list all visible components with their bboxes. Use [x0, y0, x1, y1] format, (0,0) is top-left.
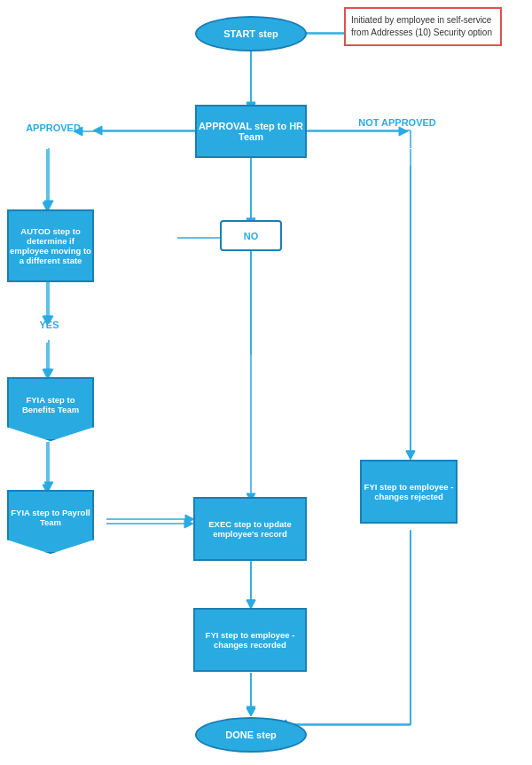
svg-marker-20 — [184, 519, 193, 528]
exec-step: EXEC step to update employee's record — [193, 497, 307, 561]
note-box: Initiated by employee in self-service fr… — [344, 7, 502, 46]
fyia-benefits-step: FYIA step to Benefits Team — [7, 377, 94, 441]
svg-marker-38 — [44, 201, 53, 209]
svg-marker-42 — [44, 369, 53, 377]
no-label: NO — [220, 220, 282, 251]
done-step: DONE step — [195, 717, 307, 753]
approved-label: APPROVED — [18, 122, 89, 133]
svg-marker-36 — [93, 126, 102, 135]
svg-marker-24 — [246, 706, 255, 715]
svg-marker-44 — [44, 482, 53, 490]
approval-step: APPROVAL step to HR Team — [195, 105, 307, 158]
svg-marker-7 — [399, 127, 408, 136]
svg-marker-56 — [246, 600, 255, 608]
svg-marker-58 — [246, 708, 255, 716]
autod-step: AUTOD step to determine if employee movi… — [7, 209, 94, 282]
fyia-payroll-step: FYIA step to Payroll Team — [7, 490, 94, 554]
yes-label: YES — [25, 319, 74, 330]
svg-marker-26 — [406, 451, 415, 460]
svg-marker-16 — [43, 369, 51, 378]
flowchart-diagram: START step Initiated by employee in self… — [0, 0, 532, 765]
fyi-recorded-step: FYI step to employee - changes recorded — [193, 608, 307, 672]
fyi-rejected-step: FYI step to employee - changes rejected — [360, 460, 458, 524]
start-step: START step — [195, 16, 307, 51]
not-approved-label: NOT APPROVED — [344, 117, 450, 128]
svg-marker-50 — [406, 451, 415, 459]
